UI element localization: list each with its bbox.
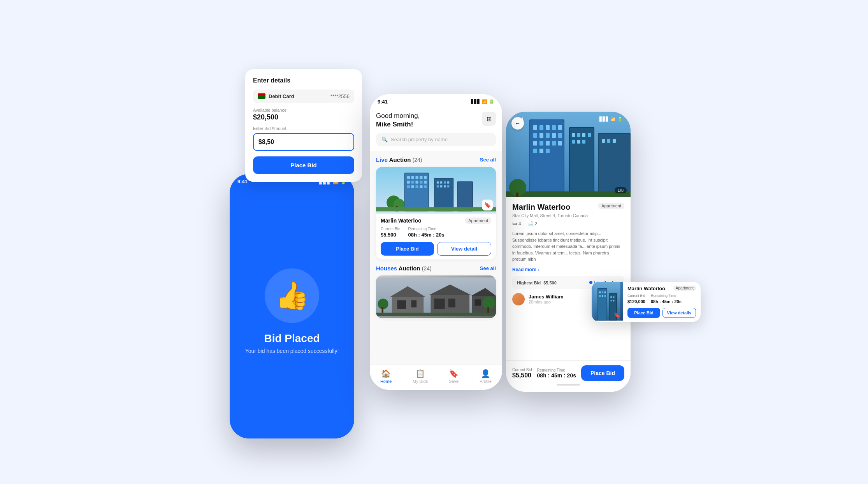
bid-amount-label: Enter Bid Amount — [253, 126, 354, 131]
see-all-live[interactable]: See all — [480, 157, 496, 163]
status-time-home: 9:41 — [378, 99, 388, 105]
status-time-detail: 9:41 — [514, 116, 524, 122]
bid-placed-title: Bid Placed — [264, 332, 320, 345]
home-header: Good morning, Mike Smith! ⊞ 🔍 Search pro… — [370, 108, 502, 151]
mini-card-body: Marlin Waterloo Apartment Current Bid $1… — [623, 282, 701, 322]
svg-rect-9 — [411, 181, 414, 184]
nav-home[interactable]: 🏠 Home — [380, 369, 392, 384]
svg-rect-5 — [415, 176, 418, 179]
svg-rect-46 — [376, 313, 496, 316]
live-auction-title: Live Auction (24) — [376, 156, 422, 163]
detail-bottom-bar: Current Bid $5,500 Remaining Time 08h : … — [506, 360, 631, 392]
bottom-remaining-time: Remaining Time 08h : 45m : 20s — [537, 368, 576, 379]
signal-detail-icon: ▋▋▋ — [599, 117, 609, 122]
bid-placed-subtitle: Your bid has been placed successfully! — [245, 348, 339, 354]
profile-nav-label: Profile — [480, 379, 492, 384]
property-name-row-1: Marlin Waterloo Apartment — [381, 217, 491, 224]
phone-home: 9:41 ▋▋▋ 📶 🔋 Good morning, Mike Smith! — [370, 94, 502, 390]
nav-save[interactable]: 🔖 Save — [449, 369, 459, 384]
nav-profile[interactable]: 👤 Profile — [480, 369, 492, 384]
card-row: Debit Card ****2556 — [253, 89, 354, 103]
read-more-arrow: › — [538, 267, 539, 272]
live-label: Live — [376, 156, 388, 163]
svg-rect-93 — [602, 291, 603, 293]
mini-action-row: Place Bid View details — [627, 308, 696, 318]
mini-save-icon[interactable]: 🔖 — [614, 312, 620, 318]
read-more-link[interactable]: Read more › — [512, 266, 624, 273]
bids-nav-label: My Bids — [413, 379, 428, 384]
current-bid-label: Current Bid — [381, 227, 401, 231]
place-bid-button-card[interactable]: Place Bid — [253, 156, 354, 174]
home-nav-label: Home — [380, 379, 392, 384]
svg-rect-12 — [424, 181, 427, 184]
mini-property-type: Apartment — [673, 286, 696, 291]
svg-rect-96 — [602, 295, 603, 297]
enter-details-title: Enter details — [253, 77, 354, 84]
profile-nav-icon: 👤 — [481, 369, 490, 378]
save-nav-label: Save — [449, 379, 459, 384]
see-all-houses[interactable]: See all — [480, 265, 496, 271]
svg-rect-94 — [604, 291, 606, 293]
header-row: Good morning, Mike Smith! ⊞ — [376, 112, 496, 129]
auction-text: Auction — [388, 156, 411, 163]
bidder-name: James William — [529, 294, 563, 300]
property-type-1: Apartment — [465, 217, 491, 224]
mini-property-name: Marlin Waterloo — [627, 286, 665, 291]
balance-label: Available balance — [253, 108, 354, 112]
mini-view-details-button[interactable]: View details — [662, 308, 696, 318]
search-bar[interactable]: 🔍 Search property by name — [376, 133, 496, 146]
bid-row-1: Current Bid $5,500 Remaining Time 08h : … — [381, 227, 491, 238]
place-bid-detail-button[interactable]: Place Bid — [581, 365, 624, 381]
svg-rect-61 — [546, 133, 550, 138]
save-nav-icon: 🔖 — [449, 369, 459, 378]
phone-bid-inner: 9:41 ▋▋▋ 📶 🔋 👍 Bid Placed Your bid has b… — [230, 174, 354, 438]
time-value: 08h : 45m : 20s — [408, 232, 445, 238]
bottom-current-bid: Current Bid $5,500 — [512, 368, 532, 379]
app-scene: Enter details Debit Card ****2556 Availa… — [123, 28, 745, 456]
bottom-nav: 🏠 Home 📋 My Bids 🔖 Save 👤 Profile — [370, 365, 502, 390]
svg-rect-64 — [533, 141, 537, 146]
svg-rect-80 — [582, 140, 585, 144]
home-nav-icon: 🏠 — [381, 369, 391, 378]
status-time-bid: 9:41 — [237, 179, 248, 184]
read-more-text[interactable]: Read more — [512, 267, 536, 272]
baths-count: 2 — [535, 221, 538, 226]
svg-rect-74 — [572, 133, 575, 137]
highest-bid-info: Highest Bid $5,500 — [517, 279, 557, 286]
svg-rect-13 — [407, 186, 410, 188]
greeting: Good morning, Mike Smith! — [376, 112, 420, 129]
svg-rect-17 — [424, 186, 427, 188]
svg-rect-100 — [610, 296, 611, 298]
svg-rect-33 — [376, 207, 496, 212]
svg-rect-23 — [447, 182, 449, 184]
detail-hero-image: ← 1/8 — [506, 112, 631, 197]
svg-rect-77 — [588, 133, 591, 137]
bid-placed-content: 👍 Bid Placed Your bid has been placed su… — [237, 184, 347, 438]
live-auction-header: Live Auction (24) See all — [376, 156, 496, 163]
status-icons-home: ▋▋▋ 📶 🔋 — [471, 99, 494, 104]
svg-rect-55 — [539, 125, 543, 130]
bottom-time-value: 08h : 45m : 20s — [537, 372, 576, 379]
svg-rect-91 — [598, 289, 607, 320]
mini-time-value: 08h : 45m : 20s — [651, 299, 682, 304]
wifi-home-icon: 📶 — [482, 99, 487, 104]
save-icon-card-1[interactable]: 🔖 — [482, 200, 493, 210]
svg-rect-27 — [447, 186, 449, 188]
svg-rect-88 — [516, 193, 518, 197]
place-bid-button-1[interactable]: Place Bid — [381, 242, 434, 256]
action-row-1: Place Bid View detail — [381, 242, 491, 256]
view-detail-button-1[interactable]: View detail — [437, 242, 491, 256]
bid-amount-input[interactable] — [253, 133, 354, 151]
houses-label: Houses — [376, 265, 397, 272]
houses-text: Auction — [397, 265, 420, 272]
svg-rect-102 — [610, 300, 611, 302]
phone-detail: 9:41 ▋▋▋ 📶 🔋 — [506, 112, 631, 392]
mini-place-bid-button[interactable]: Place Bid — [627, 308, 660, 318]
menu-button[interactable]: ⊞ — [482, 112, 496, 126]
nav-my-bids[interactable]: 📋 My Bids — [413, 369, 428, 384]
bidder-avatar — [512, 293, 525, 305]
svg-rect-11 — [420, 181, 422, 184]
search-icon: 🔍 — [381, 137, 388, 142]
svg-rect-73 — [570, 128, 594, 196]
svg-rect-70 — [539, 149, 543, 153]
